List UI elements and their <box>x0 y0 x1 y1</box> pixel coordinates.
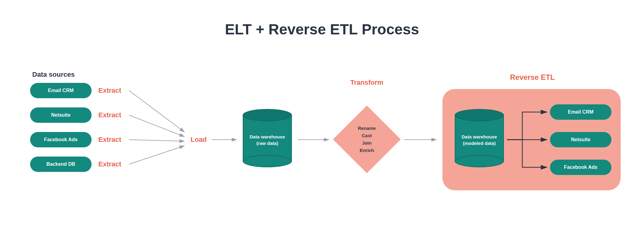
warehouse-mod-line2: (modeled data) <box>463 141 496 146</box>
warehouse-raw-line2: (raw data) <box>257 141 278 146</box>
dest-label: Netsuite <box>571 137 590 142</box>
source-pill-backend-db: Backend DB <box>30 157 92 172</box>
source-pill-email-crm: Email CRM <box>30 83 92 98</box>
transform-label: Transform <box>350 79 383 87</box>
dest-label: Facebook Ads <box>564 165 598 170</box>
dest-pill-netsuite: Netsuite <box>550 132 611 147</box>
svg-line-2 <box>129 140 184 141</box>
svg-line-1 <box>129 115 184 137</box>
svg-line-3 <box>129 146 184 164</box>
data-sources-header: Data sources <box>32 71 75 79</box>
dest-pill-facebook-ads: Facebook Ads <box>550 160 611 175</box>
source-label: Netsuite <box>51 112 70 118</box>
dest-pill-email-crm: Email CRM <box>550 104 611 120</box>
warehouse-modeled-icon: Data warehouse (modeled data) <box>455 109 504 167</box>
transform-op-enrich: Enrich <box>360 147 374 154</box>
extract-label-4: Extract <box>98 160 121 168</box>
warehouse-raw-icon: Data warehouse (raw data) <box>243 109 292 167</box>
extract-label-3: Extract <box>98 136 121 144</box>
dest-label: Email CRM <box>568 109 594 115</box>
transform-op-join: Join <box>362 139 372 147</box>
transform-op-rename: Rename <box>358 125 376 132</box>
load-label: Load <box>190 136 207 144</box>
warehouse-raw-line1: Data warehouse <box>249 134 285 139</box>
source-label: Facebook Ads <box>44 137 78 142</box>
svg-line-0 <box>129 91 184 132</box>
transform-op-cast: Cast <box>362 132 372 139</box>
extract-label-2: Extract <box>98 111 121 119</box>
extract-label-1: Extract <box>98 87 121 95</box>
diagram-title: ELT + Reverse ETL Process <box>0 21 644 38</box>
source-pill-netsuite: Netsuite <box>30 107 92 123</box>
transform-diamond-icon: Rename Cast Join Enrich <box>333 106 401 173</box>
warehouse-mod-line1: Data warehouse <box>461 134 497 139</box>
source-label: Backend DB <box>46 161 75 167</box>
source-label: Email CRM <box>48 88 74 93</box>
reverse-etl-label: Reverse ETL <box>510 73 555 82</box>
source-pill-facebook-ads: Facebook Ads <box>30 132 92 147</box>
